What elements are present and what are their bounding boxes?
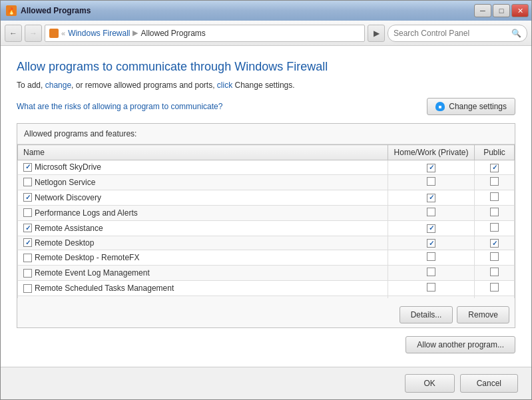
program-name-label: Netlogon Service bbox=[35, 178, 95, 187]
search-icon[interactable]: 🔍 bbox=[511, 29, 521, 38]
program-name-label: Remote Assistance bbox=[35, 224, 103, 233]
search-input[interactable] bbox=[394, 29, 509, 38]
table-row[interactable]: Remote Event Log Management bbox=[18, 266, 515, 281]
public-cell bbox=[475, 174, 515, 190]
home-work-cell bbox=[388, 250, 475, 266]
table-row[interactable]: Network Discovery bbox=[18, 190, 515, 205]
program-name-cell: Remote Desktop bbox=[18, 236, 388, 250]
allow-another-button[interactable]: Allow another program... bbox=[405, 336, 515, 353]
panel-header: Allowed programs and features: bbox=[17, 124, 515, 144]
navbar: ← → « Windows Firewall ▶ Allowed Program… bbox=[1, 21, 531, 46]
public-cell bbox=[475, 190, 515, 205]
name-checkbox[interactable] bbox=[23, 178, 32, 186]
table-row[interactable]: Remote Service Management bbox=[18, 296, 515, 298]
click-link[interactable]: click bbox=[217, 81, 232, 90]
table-container[interactable]: Name Home/Work (Private) Public Microsof… bbox=[17, 144, 515, 298]
home-work-cell bbox=[388, 160, 475, 175]
home-checkbox[interactable] bbox=[427, 268, 435, 276]
address-bar: « Windows Firewall ▶ Allowed Programs bbox=[45, 25, 365, 42]
details-button[interactable]: Details... bbox=[399, 306, 453, 323]
programs-table: Name Home/Work (Private) Public Microsof… bbox=[17, 144, 515, 298]
public-checkbox[interactable] bbox=[490, 164, 499, 172]
table-row[interactable]: Remote Desktop - RemoteFX bbox=[18, 250, 515, 266]
forward-button[interactable]: → bbox=[25, 25, 42, 42]
bottom-actions: Details... Remove bbox=[17, 302, 515, 327]
public-cell bbox=[475, 160, 515, 175]
allow-another-row: Allow another program... bbox=[17, 336, 515, 353]
public-cell bbox=[475, 281, 515, 296]
home-work-cell bbox=[388, 205, 475, 220]
ok-button[interactable]: OK bbox=[405, 374, 455, 393]
home-checkbox[interactable] bbox=[427, 252, 435, 261]
program-name-label: Remote Event Log Management bbox=[35, 268, 150, 278]
program-name-cell: Remote Assistance bbox=[18, 220, 388, 236]
titlebar: 🔥 Allowed Programs ─ □ ✕ bbox=[1, 1, 531, 21]
change-settings-row: What are the risks of allowing a program… bbox=[17, 98, 515, 115]
table-row[interactable]: Remote Scheduled Tasks Management bbox=[18, 281, 515, 296]
home-work-cell bbox=[388, 281, 475, 296]
change-settings-button[interactable]: ■ Change settings bbox=[427, 98, 515, 115]
name-checkbox[interactable] bbox=[23, 193, 32, 202]
program-name-label: Remote Desktop bbox=[35, 238, 94, 248]
name-checkbox[interactable] bbox=[23, 254, 32, 262]
table-row[interactable]: Microsoft SkyDrive bbox=[18, 160, 515, 175]
public-cell bbox=[475, 220, 515, 236]
minimize-button[interactable]: ─ bbox=[474, 4, 491, 17]
shield-icon: ■ bbox=[435, 102, 445, 111]
cancel-button[interactable]: Cancel bbox=[460, 374, 518, 393]
public-checkbox[interactable] bbox=[490, 239, 499, 248]
public-cell bbox=[475, 205, 515, 220]
home-checkbox[interactable] bbox=[427, 224, 435, 233]
change-link[interactable]: change bbox=[45, 81, 71, 90]
program-name-cell: Remote Service Management bbox=[18, 296, 388, 298]
help-link[interactable]: What are the risks of allowing a program… bbox=[17, 102, 222, 111]
program-name-label: Remote Scheduled Tasks Management bbox=[35, 284, 174, 293]
maximize-button[interactable]: □ bbox=[493, 4, 510, 17]
back-button[interactable]: ← bbox=[5, 25, 22, 42]
public-checkbox[interactable] bbox=[490, 268, 499, 276]
public-checkbox[interactable] bbox=[490, 192, 499, 201]
breadcrumb-parent[interactable]: Windows Firewall bbox=[68, 29, 130, 38]
col-public: Public bbox=[475, 145, 515, 160]
home-work-cell bbox=[388, 266, 475, 281]
address-icon bbox=[49, 29, 59, 38]
titlebar-controls: ─ □ ✕ bbox=[474, 4, 529, 17]
close-button[interactable]: ✕ bbox=[511, 4, 529, 17]
col-name: Name bbox=[18, 145, 388, 160]
public-cell bbox=[475, 296, 515, 298]
table-row[interactable]: Remote Desktop bbox=[18, 236, 515, 250]
name-checkbox[interactable] bbox=[23, 163, 32, 172]
name-checkbox[interactable] bbox=[23, 238, 32, 247]
public-checkbox[interactable] bbox=[490, 177, 499, 186]
home-checkbox[interactable] bbox=[427, 208, 435, 216]
public-checkbox[interactable] bbox=[490, 252, 499, 261]
home-work-cell bbox=[388, 190, 475, 205]
address-go-button[interactable]: ▶ bbox=[368, 25, 385, 42]
public-cell bbox=[475, 266, 515, 281]
table-wrapper: Name Home/Work (Private) Public Microsof… bbox=[17, 144, 515, 298]
public-checkbox[interactable] bbox=[490, 208, 499, 216]
name-checkbox[interactable] bbox=[23, 224, 32, 232]
programs-panel: Allowed programs and features: Name Home… bbox=[17, 123, 515, 328]
name-checkbox[interactable] bbox=[23, 269, 32, 278]
public-cell bbox=[475, 236, 515, 250]
table-row[interactable]: Performance Logs and Alerts bbox=[18, 205, 515, 220]
home-checkbox[interactable] bbox=[427, 177, 435, 186]
table-row[interactable]: Remote Assistance bbox=[18, 220, 515, 236]
home-checkbox[interactable] bbox=[427, 239, 435, 248]
name-checkbox[interactable] bbox=[23, 284, 32, 293]
home-checkbox[interactable] bbox=[427, 283, 435, 292]
home-checkbox[interactable] bbox=[427, 164, 435, 172]
program-name-cell: Remote Desktop - RemoteFX bbox=[18, 250, 388, 266]
public-checkbox[interactable] bbox=[490, 223, 499, 232]
program-name-cell: Microsoft SkyDrive bbox=[18, 160, 388, 175]
table-row[interactable]: Netlogon Service bbox=[18, 174, 515, 190]
page-title: Allow programs to communicate through Wi… bbox=[17, 59, 515, 75]
home-work-cell bbox=[388, 174, 475, 190]
name-checkbox[interactable] bbox=[23, 208, 32, 217]
program-name-cell: Netlogon Service bbox=[18, 174, 388, 190]
home-checkbox[interactable] bbox=[427, 194, 435, 202]
remove-button[interactable]: Remove bbox=[457, 306, 509, 323]
titlebar-left: 🔥 Allowed Programs bbox=[6, 5, 91, 16]
public-checkbox[interactable] bbox=[490, 283, 499, 292]
